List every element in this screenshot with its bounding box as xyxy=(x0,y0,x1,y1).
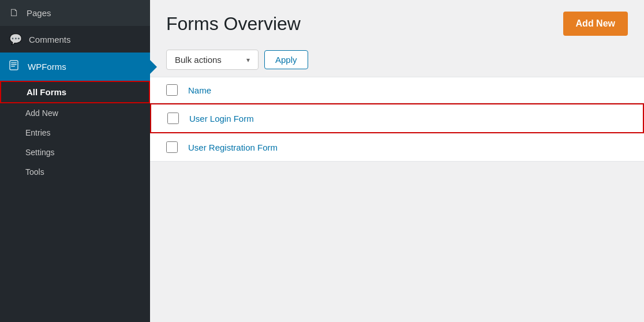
wpforms-submenu: All Forms Add New Entries Settings Tools xyxy=(0,81,150,182)
svg-rect-0 xyxy=(10,61,18,70)
forms-table: Name User Login Form User Registration F… xyxy=(150,77,644,162)
table-row: User Login Form xyxy=(150,103,644,133)
svg-rect-2 xyxy=(11,64,17,65)
main-content: Forms Overview Add New Bulk actions ▾ Ap… xyxy=(150,0,644,322)
sidebar-item-add-new[interactable]: Add New xyxy=(0,103,150,123)
sidebar-item-tools[interactable]: Tools xyxy=(0,162,150,182)
page-title: Forms Overview xyxy=(166,13,301,35)
sidebar-item-comments-label: Comments xyxy=(29,35,71,44)
apply-button[interactable]: Apply xyxy=(264,50,308,69)
sidebar: 🗋 Pages 💬 Comments WPForms All Forms Add… xyxy=(0,0,150,322)
sidebar-item-settings[interactable]: Settings xyxy=(0,143,150,162)
toolbar: Bulk actions ▾ Apply xyxy=(150,43,644,77)
table-row: User Registration Form xyxy=(150,133,644,162)
svg-rect-1 xyxy=(11,62,17,63)
sidebar-item-wpforms-label: WPForms xyxy=(28,62,66,72)
column-header-name[interactable]: Name xyxy=(188,85,211,95)
chevron-down-icon: ▾ xyxy=(246,56,250,64)
sidebar-item-pages[interactable]: 🗋 Pages xyxy=(0,0,150,26)
main-header: Forms Overview Add New xyxy=(150,0,644,43)
pages-icon: 🗋 xyxy=(9,7,20,19)
sidebar-item-wpforms[interactable]: WPForms xyxy=(0,53,150,81)
bulk-actions-label: Bulk actions xyxy=(175,55,222,65)
select-all-checkbox[interactable] xyxy=(166,84,178,96)
sidebar-item-entries[interactable]: Entries xyxy=(0,123,150,143)
svg-rect-3 xyxy=(11,66,15,67)
add-new-button[interactable]: Add New xyxy=(563,12,628,36)
sidebar-item-pages-label: Pages xyxy=(27,8,51,18)
row-checkbox-1[interactable] xyxy=(167,113,179,124)
table-header: Name xyxy=(150,77,644,103)
form-name-link-2[interactable]: User Registration Form xyxy=(188,143,278,152)
row-checkbox-2[interactable] xyxy=(166,141,178,153)
form-name-link-1[interactable]: User Login Form xyxy=(189,114,254,123)
comments-icon: 💬 xyxy=(9,33,22,46)
sidebar-item-all-forms[interactable]: All Forms xyxy=(0,81,150,103)
sidebar-item-comments[interactable]: 💬 Comments xyxy=(0,26,150,53)
bulk-actions-dropdown[interactable]: Bulk actions ▾ xyxy=(166,50,259,70)
wpforms-icon xyxy=(9,59,21,74)
